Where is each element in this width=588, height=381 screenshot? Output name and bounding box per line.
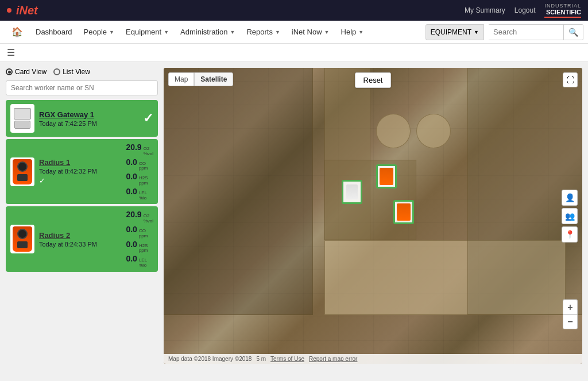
equipment-arrow: ▼	[164, 29, 169, 35]
logo-area: iNet	[7, 4, 38, 17]
gateway-time: Today at 7:42:25 PM	[39, 120, 138, 127]
reports-arrow: ▼	[275, 29, 280, 35]
card-view-option[interactable]: Card View	[6, 68, 47, 76]
radius2-lel-row: 0.0 LEL %lo	[126, 254, 153, 268]
radius1-status-check: ✓	[39, 176, 121, 185]
map-terms-link[interactable]: Terms of Use	[270, 356, 304, 362]
main-content: Card View List View RGX Gateway 1 Today …	[0, 62, 588, 370]
gateway-info: RGX Gateway 1 Today at 7:42:25 PM	[39, 110, 138, 127]
map-reset-button[interactable]: Reset	[355, 72, 392, 88]
card-view-radio[interactable]	[6, 68, 13, 75]
radius1-name[interactable]: Radius 1	[39, 158, 121, 167]
equipment-filter-label: EQUIPMENT	[431, 28, 471, 36]
map-area[interactable]: Map Satellite Reset ⛶ 👤 👥 📍 + −	[164, 68, 582, 364]
radius1-o2-units: O2 %vol	[144, 147, 153, 157]
gateway-name[interactable]: RGX Gateway 1	[39, 110, 138, 119]
search-box: 🔍	[489, 24, 583, 40]
equipment-nav-item[interactable]: Equipment ▼	[120, 21, 175, 44]
administration-nav-item[interactable]: Administration ▼	[175, 21, 241, 44]
map-zoom-controls: + −	[563, 299, 578, 329]
radius1-h2s-val: 0.0	[126, 172, 137, 181]
logo-dot	[7, 8, 11, 13]
radius2-co-val: 0.0	[126, 225, 137, 234]
equipment-filter-arrow: ▼	[474, 29, 479, 35]
gateway-status-check: ✓	[143, 111, 153, 126]
brand-line2: SCIENTIFIC	[544, 9, 581, 18]
radius2-lel-val: 0.0	[126, 254, 137, 263]
map-footer: Map data ©2018 Imagery ©2018 5 m Terms o…	[164, 354, 582, 364]
equipment-filter-dropdown[interactable]: EQUIPMENT ▼	[425, 24, 484, 40]
help-arrow: ▼	[358, 29, 363, 35]
list-view-option[interactable]: List View	[53, 68, 90, 76]
map-marker-radius1[interactable]	[376, 164, 397, 188]
radius2-name[interactable]: Radius 2	[39, 231, 121, 240]
radius2-h2s-row: 0.0 H2S ppm	[126, 240, 153, 254]
map-marker-white-inner	[346, 184, 358, 199]
search-button[interactable]: 🔍	[563, 25, 583, 40]
topbar: iNet My Summary Logout INDUSTRIAL SCIENT…	[0, 0, 588, 21]
radius1-image	[10, 157, 34, 186]
radius1-readings: 20.9 O2 %vol 0.0 CO ppm 0.0 H	[126, 143, 153, 201]
map-structure-left	[164, 68, 313, 315]
radius1-lel-row: 0.0 LEL %lo	[126, 187, 153, 201]
search-input[interactable]	[489, 25, 563, 40]
radius2-info: Radius 2 Today at 8:24:33 PM	[39, 231, 121, 248]
worker-search-input[interactable]	[6, 80, 158, 95]
inet-now-nav-item[interactable]: iNet Now ▼	[286, 21, 335, 44]
radius1-co-units: CO ppm	[139, 161, 148, 172]
radius2-co-row: 0.0 CO ppm	[126, 225, 153, 239]
radius2-image	[10, 225, 34, 253]
map-marker-white-device[interactable]	[342, 180, 362, 204]
radius1-h2s-row: 0.0 H2S ppm	[126, 172, 153, 186]
radius1-time: Today at 8:42:32 PM	[39, 168, 121, 175]
map-tab-map[interactable]: Map	[168, 72, 194, 86]
map-marker-radius1-inner	[380, 168, 393, 185]
radius2-icon	[13, 226, 32, 252]
my-summary-link[interactable]: My Summary	[465, 6, 505, 14]
radius2-time: Today at 8:24:33 PM	[39, 241, 121, 248]
map-structure-tank1	[376, 114, 411, 148]
radius1-o2-val: 20.9	[126, 143, 141, 152]
view-options: Card View List View	[6, 68, 158, 76]
card-view-label: Card View	[15, 68, 47, 76]
map-data-text: Map data ©2018 Imagery ©2018	[168, 356, 252, 362]
map-zoom-in-button[interactable]: +	[563, 299, 578, 314]
radius1-card[interactable]: Radius 1 Today at 8:42:32 PM ✓ 20.9 O2 %…	[6, 139, 158, 204]
map-report-link[interactable]: Report a map error	[309, 356, 357, 362]
radius1-co-val: 0.0	[126, 157, 137, 167]
radius2-co-units: CO ppm	[139, 229, 148, 239]
radius1-icon	[13, 159, 32, 184]
radius2-card[interactable]: Radius 2 Today at 8:24:33 PM 20.9 O2 %vo…	[6, 206, 158, 271]
people-arrow: ▼	[109, 29, 114, 35]
radius2-lel-units: LEL %lo	[139, 258, 147, 268]
administration-arrow: ▼	[230, 29, 235, 35]
list-view-radio[interactable]	[53, 68, 60, 75]
help-nav-item[interactable]: Help ▼	[335, 21, 370, 44]
radius1-lel-val: 0.0	[126, 187, 137, 196]
radius2-o2-row: 20.9 O2 %vol	[126, 210, 153, 224]
reports-nav-item[interactable]: Reports ▼	[241, 21, 285, 44]
map-side-controls: 👤 👥 📍	[562, 190, 578, 243]
dashboard-nav-item[interactable]: Dashboard	[30, 21, 78, 44]
map-marker-radius2[interactable]	[393, 200, 414, 224]
left-panel: Card View List View RGX Gateway 1 Today …	[6, 68, 158, 364]
people-nav-item[interactable]: People ▼	[78, 21, 120, 44]
radius2-o2-units: O2 %vol	[144, 214, 153, 224]
nav-right: EQUIPMENT ▼ 🔍	[425, 24, 583, 40]
radius2-readings: 20.9 O2 %vol 0.0 CO ppm 0.0 H	[126, 210, 153, 268]
brand-logo: INDUSTRIAL SCIENTIFIC	[544, 3, 581, 18]
home-nav-item[interactable]: 🏠	[5, 21, 30, 44]
radius1-info: Radius 1 Today at 8:42:32 PM ✓	[39, 158, 121, 185]
map-group-icon-btn[interactable]: 👥	[562, 208, 578, 224]
map-tab-satellite[interactable]: Satellite	[194, 72, 233, 86]
logout-link[interactable]: Logout	[514, 6, 536, 14]
map-zoom-out-button[interactable]: −	[563, 314, 578, 329]
rgx-gateway-card[interactable]: RGX Gateway 1 Today at 7:42:25 PM ✓	[6, 100, 158, 137]
list-view-label: List View	[63, 68, 90, 76]
map-person-icon-btn[interactable]: 👤	[562, 190, 578, 206]
map-location-icon-btn[interactable]: 📍	[562, 226, 578, 243]
gateway-image	[10, 104, 34, 133]
menu-icon[interactable]: ☰	[7, 47, 15, 58]
map-fullscreen-button[interactable]: ⛶	[563, 72, 578, 87]
radius1-co-row: 0.0 CO ppm	[126, 157, 153, 172]
